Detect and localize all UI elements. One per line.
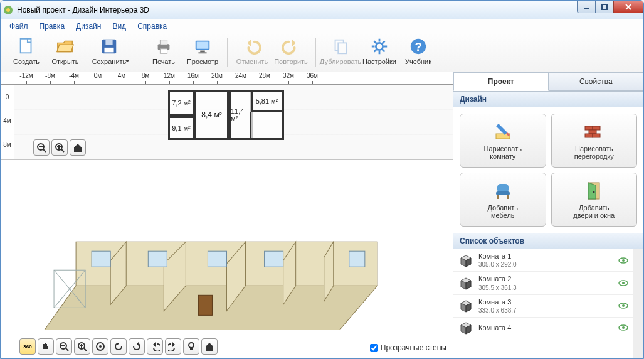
- duplicate-button[interactable]: Дублировать: [321, 36, 360, 70]
- menu-edit[interactable]: Правка: [34, 21, 70, 32]
- orbit-button[interactable]: [92, 338, 108, 355]
- tutorial-button[interactable]: ? Учебник: [399, 36, 438, 70]
- visibility-icon[interactable]: [618, 280, 628, 286]
- rotate-right-button[interactable]: [129, 338, 145, 355]
- home-button[interactable]: [70, 139, 86, 156]
- new-file-icon: [17, 37, 36, 56]
- transparent-walls-checkbox[interactable]: Прозрачные стены: [370, 343, 446, 352]
- object-row[interactable]: Комната 1305.0 x 292.0: [453, 249, 633, 272]
- visibility-icon[interactable]: [618, 257, 628, 264]
- model-3d[interactable]: [38, 179, 415, 342]
- canvas-panel: -12м -8м -4м 0м 4м 8м 12м 16м 20м 24м 28…: [1, 72, 453, 358]
- print-button[interactable]: Печать: [144, 36, 183, 70]
- object-row[interactable]: Комната 4: [453, 318, 633, 338]
- room-2d[interactable]: 5,81 м²: [250, 90, 284, 112]
- svg-rect-66: [585, 134, 593, 137]
- separator: [139, 38, 139, 67]
- svg-rect-45: [265, 251, 283, 267]
- redo-button[interactable]: Повторить: [272, 36, 310, 70]
- add-doors-windows-button[interactable]: Добавить двери и окна: [551, 173, 638, 227]
- monitor-icon: [193, 37, 212, 56]
- scrollbar[interactable]: [633, 249, 643, 358]
- svg-point-84: [622, 282, 625, 284]
- svg-point-74: [593, 191, 595, 193]
- floorplan-2d[interactable]: 7,2 м² 5,81 м² 8,4 м² 11,4 м² 9,1 м²: [168, 90, 306, 149]
- svg-rect-12: [197, 41, 209, 48]
- undo-3d-button[interactable]: [147, 338, 163, 355]
- plan-2d-canvas[interactable]: 7,2 м² 5,81 м² 8,4 м² 11,4 м² 9,1 м²: [14, 85, 453, 159]
- zoom-out-3d-button[interactable]: [56, 338, 72, 355]
- titlebar: Новый проект - Дизайн Интерьера 3D: [1, 1, 643, 19]
- design-section-header: Дизайн: [453, 91, 643, 107]
- tab-project[interactable]: Проект: [453, 72, 549, 91]
- svg-rect-63: [585, 126, 593, 130]
- menu-file[interactable]: Файл: [4, 21, 33, 32]
- svg-line-25: [374, 49, 377, 51]
- transparent-walls-input[interactable]: [370, 344, 378, 352]
- tab-properties[interactable]: Свойства: [549, 72, 644, 91]
- ruler-vertical: 0 4м 8м: [1, 85, 14, 159]
- svg-point-89: [622, 304, 625, 307]
- minimize-button[interactable]: [577, 1, 596, 13]
- svg-point-59: [99, 345, 102, 348]
- room-2d[interactable]: [250, 112, 284, 140]
- preview-button[interactable]: Просмотр: [183, 36, 222, 70]
- brick-wall-icon: [583, 121, 604, 142]
- redo-icon: [282, 37, 300, 56]
- app-window: Новый проект - Дизайн Интерьера 3D Файл …: [0, 0, 644, 359]
- light-button[interactable]: [183, 338, 199, 355]
- svg-rect-14: [198, 52, 206, 53]
- add-furniture-button[interactable]: Добавить мебель: [460, 173, 546, 227]
- object-row[interactable]: Комната 3333.0 x 638.7: [453, 295, 633, 318]
- svg-rect-71: [507, 195, 509, 199]
- pan-button[interactable]: [38, 338, 54, 355]
- svg-point-79: [622, 259, 625, 262]
- menu-view[interactable]: Вид: [107, 21, 131, 32]
- svg-point-60: [189, 343, 194, 348]
- room-icon: [458, 320, 473, 335]
- create-button[interactable]: Создать: [7, 36, 46, 70]
- zoom-out-button[interactable]: [33, 139, 50, 156]
- object-row[interactable]: Комната 2305.5 x 361.3: [453, 272, 633, 294]
- draw-partition-button[interactable]: Нарисовать перегородку: [551, 114, 638, 168]
- room-2d[interactable]: 7,2 м²: [168, 90, 194, 116]
- app-icon: [3, 5, 13, 15]
- undo-button[interactable]: Отменить: [233, 36, 272, 70]
- svg-rect-65: [589, 130, 596, 134]
- menu-design[interactable]: Дизайн: [71, 21, 106, 32]
- svg-rect-64: [593, 126, 600, 130]
- room-2d[interactable]: 9,1 м²: [168, 116, 194, 140]
- visibility-icon[interactable]: [618, 303, 628, 309]
- maximize-button[interactable]: [595, 1, 614, 13]
- objects-list[interactable]: Комната 1305.0 x 292.0 Комната 2305.5 x …: [453, 249, 633, 358]
- separator: [227, 38, 228, 67]
- svg-rect-47: [198, 295, 212, 315]
- menu-help[interactable]: Справка: [132, 21, 172, 32]
- svg-rect-68: [497, 184, 509, 193]
- svg-point-94: [622, 326, 625, 329]
- close-button[interactable]: [613, 1, 643, 13]
- settings-button[interactable]: Настройки: [360, 36, 399, 70]
- room-2d[interactable]: 8,4 м²: [194, 90, 229, 140]
- open-button[interactable]: Открыть: [46, 36, 85, 70]
- window-title: Новый проект - Дизайн Интерьера 3D: [17, 6, 149, 14]
- svg-rect-67: [593, 134, 600, 137]
- svg-rect-2: [584, 8, 589, 9]
- undo-icon: [243, 37, 261, 56]
- redo-3d-button[interactable]: [165, 338, 181, 355]
- plan-2d-view[interactable]: -12м -8м -4м 0м 4м 8м 12м 16м 20м 24м 28…: [1, 72, 453, 160]
- svg-rect-61: [190, 348, 193, 350]
- visibility-icon[interactable]: [618, 324, 628, 331]
- draw-room-button[interactable]: Нарисовать комнату: [460, 114, 546, 168]
- rotate-360-button[interactable]: 360: [19, 338, 36, 355]
- home-3d-button[interactable]: [201, 338, 218, 355]
- room-icon: [458, 298, 473, 313]
- svg-line-23: [383, 49, 385, 51]
- zoom-in-3d-button[interactable]: [74, 338, 90, 355]
- zoom-in-button[interactable]: [51, 139, 68, 156]
- rotate-left-button[interactable]: [110, 338, 127, 355]
- stage-3d[interactable]: [38, 179, 415, 327]
- svg-rect-16: [338, 43, 346, 53]
- view-3d[interactable]: 360 Прозрачные стены: [1, 160, 453, 358]
- save-button[interactable]: Сохранить: [85, 36, 134, 70]
